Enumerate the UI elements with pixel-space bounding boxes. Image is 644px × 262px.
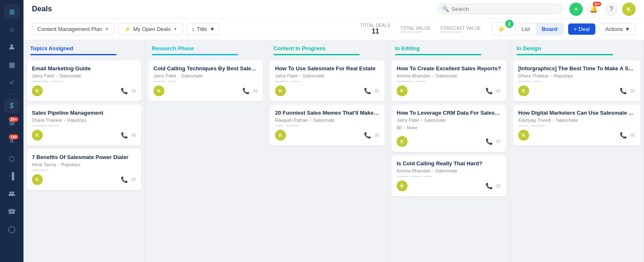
card-avatar: K bbox=[518, 130, 529, 141]
card-bars bbox=[518, 125, 635, 126]
sidebar-icon-users[interactable] bbox=[4, 186, 19, 201]
deal-card[interactable]: How Digital Marketers Can Use Salesmate … bbox=[513, 105, 640, 146]
notification-button[interactable]: 🔔 1k+ bbox=[587, 3, 600, 16]
help-button[interactable]: ? bbox=[605, 3, 618, 16]
card-bar bbox=[291, 81, 300, 82]
card-meta: Raaquib Pathan•Salesmate bbox=[275, 118, 379, 123]
sidebar-icon-check[interactable]: ✓ bbox=[4, 74, 19, 90]
phone-icon[interactable]: 📞 bbox=[121, 87, 128, 94]
email-icon[interactable]: ✉ bbox=[496, 182, 501, 189]
sidebar-icon-contacts[interactable] bbox=[4, 39, 19, 54]
card-footer: K📞✉ bbox=[397, 180, 501, 191]
sidebar-icon-email[interactable]: ✉ 2k+ bbox=[4, 116, 19, 131]
deal-card[interactable]: How To Leverage CRM Data For Sales Succ.… bbox=[392, 105, 506, 152]
card-company: Rapidops bbox=[553, 73, 573, 78]
card-footer: K📞✉ bbox=[518, 130, 635, 141]
email-icon[interactable]: ✉ bbox=[131, 87, 136, 94]
sidebar-icon-chart[interactable]: ▐ bbox=[4, 169, 19, 184]
card-actions: 📞✉ bbox=[364, 132, 379, 139]
avatar[interactable]: K bbox=[622, 3, 636, 16]
deals-filter-label: My Open Deals bbox=[133, 26, 171, 32]
deal-card[interactable]: Sales Pipeline ManagementDhara Thakkar•R… bbox=[27, 105, 141, 146]
sort-button[interactable]: ↕ Title ▼ bbox=[187, 23, 219, 35]
card-bars bbox=[153, 81, 258, 82]
add-button[interactable]: + bbox=[569, 3, 583, 16]
card-title: [Inforgraphics] The Best Time To Make A … bbox=[518, 65, 635, 72]
pipeline-filter[interactable]: Content Management Plan ▼ bbox=[32, 23, 114, 35]
email-icon[interactable]: ✉ bbox=[131, 176, 136, 183]
card-actions: 📞✉ bbox=[486, 87, 501, 94]
card-company: Rapidops bbox=[61, 162, 80, 167]
phone-icon[interactable]: 📞 bbox=[620, 132, 627, 139]
card-avatar: K bbox=[275, 85, 286, 96]
card-bar bbox=[518, 81, 531, 82]
phone-icon[interactable]: 📞 bbox=[486, 182, 493, 189]
card-footer: K📞✉ bbox=[518, 85, 635, 96]
card-avatar: K bbox=[32, 174, 43, 185]
column-in-editing: In EditingHow To Create Excellent Sales … bbox=[388, 40, 510, 262]
card-bar bbox=[411, 176, 421, 177]
card-actions: 📞✉ bbox=[620, 87, 635, 94]
card-title: How Digital Marketers Can Use Salesmate … bbox=[518, 110, 635, 116]
deal-card[interactable]: [Inforgraphics] The Best Time To Make A … bbox=[513, 60, 640, 101]
card-meta: Jainy Patel•Salesmate bbox=[397, 118, 501, 123]
phone-icon[interactable]: 📞 bbox=[364, 132, 371, 139]
column-bar-in-design bbox=[517, 54, 613, 55]
deal-card[interactable]: 20 Funniest Sales Memes That'll Make You… bbox=[270, 105, 384, 146]
sidebar-icon-dollar[interactable]: $ bbox=[4, 98, 19, 113]
total-value-label: TOTAL VALUE bbox=[400, 26, 430, 31]
sidebar-divider bbox=[5, 94, 18, 94]
sidebar-icon-list[interactable]: ≡ 180 bbox=[4, 134, 19, 149]
sidebar-icon-phone[interactable]: ☎ bbox=[4, 204, 19, 219]
column-content-in-progress: Content In ProgressHow To Use Salesmate … bbox=[267, 40, 388, 262]
deal-card[interactable]: Email Marketing GuideJainy Patel•Salesma… bbox=[27, 60, 141, 101]
sidebar-icon-home[interactable]: ⌂ bbox=[4, 22, 19, 37]
search-input[interactable] bbox=[452, 6, 552, 12]
email-icon[interactable]: ✉ bbox=[496, 138, 501, 145]
deal-card[interactable]: Cold Calling Techniques By Best Salespeo… bbox=[148, 60, 263, 101]
card-avatar: K bbox=[275, 130, 286, 141]
sidebar-icon-chat[interactable]: ◯ bbox=[4, 221, 19, 236]
deal-card[interactable]: How To Use Salesmate For Real EstateJain… bbox=[270, 60, 384, 101]
deals-filter[interactable]: ⚡ My Open Deals ▼ bbox=[119, 23, 183, 35]
email-icon[interactable]: ✉ bbox=[253, 87, 258, 94]
sidebar-icon-puzzle[interactable]: ⬡ bbox=[4, 151, 19, 166]
search-box[interactable]: 🔍 bbox=[437, 4, 563, 14]
card-actions: 📞✉ bbox=[121, 176, 136, 183]
email-icon[interactable]: ✉ bbox=[131, 132, 136, 139]
card-bar bbox=[285, 125, 300, 126]
card-bar bbox=[168, 81, 176, 82]
email-icon[interactable]: ✉ bbox=[374, 87, 379, 94]
deal-card[interactable]: 7 Benefits Of Salesmate Power DialerHina… bbox=[27, 149, 141, 190]
card-meta: Anisha Bhandari•Salesmate bbox=[397, 73, 501, 78]
add-deal-button[interactable]: + Deal bbox=[568, 23, 596, 35]
card-footer: K📞✉ bbox=[275, 130, 379, 141]
sidebar-icon-table[interactable]: ▦ bbox=[4, 57, 19, 72]
card-meta: Kashyap Trivedi•Salesmate bbox=[518, 118, 635, 123]
phone-icon[interactable]: 📞 bbox=[486, 87, 493, 94]
email-icon[interactable]: ✉ bbox=[630, 87, 635, 94]
list-view-button[interactable]: List bbox=[516, 23, 536, 35]
phone-icon[interactable]: 📞 bbox=[242, 87, 249, 94]
card-footer: K📞✉ bbox=[275, 85, 379, 96]
card-title: Sales Pipeline Management bbox=[32, 110, 136, 116]
deal-card[interactable]: Is Cold Calling Really That Hard?Anisha … bbox=[392, 155, 506, 196]
card-bars-empty bbox=[397, 133, 501, 136]
card-title: Is Cold Calling Really That Hard? bbox=[397, 160, 501, 167]
actions-button[interactable]: Actions ▼ bbox=[600, 23, 636, 35]
phone-icon[interactable]: 📞 bbox=[486, 138, 493, 145]
search-icon: 🔍 bbox=[442, 6, 449, 12]
phone-icon[interactable]: 📞 bbox=[121, 176, 128, 183]
card-title: How To Create Excellent Sales Reports? bbox=[397, 65, 501, 72]
deal-card[interactable]: How To Create Excellent Sales Reports?An… bbox=[392, 60, 506, 101]
phone-icon[interactable]: 📞 bbox=[364, 87, 371, 94]
email-icon[interactable]: ✉ bbox=[496, 87, 501, 94]
email-icon[interactable]: ✉ bbox=[630, 132, 635, 139]
card-bar bbox=[275, 125, 283, 126]
phone-icon[interactable]: 📞 bbox=[620, 87, 627, 94]
email-icon[interactable]: ✉ bbox=[374, 132, 379, 139]
sidebar-icon-grid[interactable]: ⊞ bbox=[4, 4, 19, 19]
phone-icon[interactable]: 📞 bbox=[121, 132, 128, 139]
card-meta: Hinal Tanna•Rapidops bbox=[32, 162, 136, 167]
board-view-button[interactable]: Board bbox=[536, 23, 564, 35]
